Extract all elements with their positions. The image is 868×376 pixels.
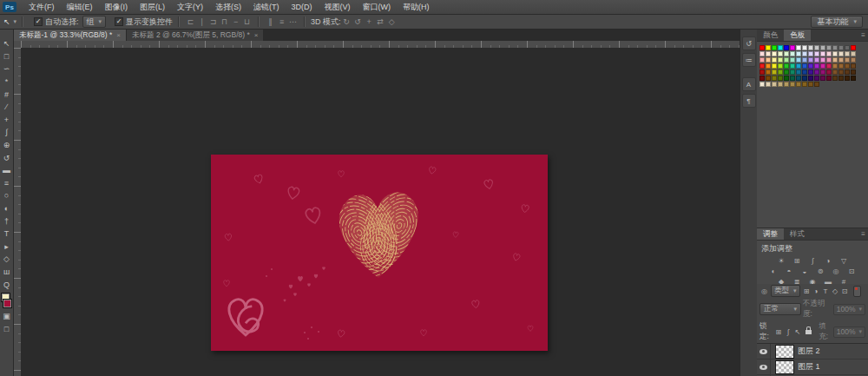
color-swatch[interactable] (851, 57, 856, 63)
color-swatch[interactable] (814, 45, 819, 50)
color-swatch[interactable] (832, 57, 838, 63)
color-swatch[interactable] (784, 51, 789, 56)
menu-滤镜[interactable]: 滤镜(T) (247, 0, 286, 14)
color-swatch[interactable] (814, 69, 819, 75)
color-swatch[interactable] (845, 63, 850, 69)
move-tool[interactable]: ↖ (0, 37, 13, 50)
color-swatch[interactable] (772, 82, 777, 87)
filter-pixel-layers-icon[interactable]: ⊞ (802, 287, 812, 295)
dodge-tool[interactable]: ◐ (0, 202, 13, 215)
color-swatch[interactable] (808, 76, 813, 81)
history-panel-button[interactable]: ↺ (742, 36, 756, 50)
exposure-icon[interactable]: ◑ (822, 256, 834, 266)
color-swatch[interactable] (796, 82, 801, 87)
filter-smart-objects-icon[interactable]: ⊡ (840, 287, 850, 295)
photo-filter-icon[interactable]: ⊚ (814, 267, 826, 276)
fill-field[interactable]: 100% ▾ (833, 327, 865, 338)
color-swatch[interactable] (814, 82, 819, 87)
color-swatch[interactable] (790, 45, 795, 50)
color-swatch[interactable] (826, 57, 832, 63)
color-swatch[interactable] (790, 69, 795, 75)
swatches-tab-色板[interactable]: 色板 (784, 30, 811, 41)
color-swatch[interactable] (845, 51, 850, 56)
black-white-icon[interactable]: ◒ (799, 267, 811, 276)
color-swatch[interactable] (760, 76, 765, 81)
menu-选择[interactable]: 选择(S) (209, 0, 247, 14)
color-swatch[interactable] (838, 57, 844, 63)
show-transform-checkbox[interactable]: ✓ (115, 17, 123, 26)
color-swatch[interactable] (845, 69, 850, 75)
color-swatch[interactable] (802, 57, 807, 63)
filter-type-layers-icon[interactable]: T (821, 287, 831, 295)
history-brush-tool[interactable]: ↺ (0, 151, 13, 164)
color-swatch[interactable] (851, 51, 856, 56)
color-swatch[interactable] (772, 63, 777, 69)
color-swatch[interactable] (760, 82, 765, 87)
color-swatch[interactable] (851, 63, 856, 69)
color-swatch[interactable] (832, 76, 838, 81)
layer-row[interactable]: 图层 1 (757, 360, 868, 375)
path-selection-tool[interactable]: ▸ (0, 241, 13, 254)
marquee-tool[interactable]: □ (0, 50, 13, 63)
auto-select-dropdown[interactable]: 组 ▾ (82, 16, 107, 28)
zoom-tool[interactable]: Q (0, 278, 13, 291)
color-swatch[interactable] (772, 69, 777, 75)
document-tab-1[interactable]: 未标题-1 @ 33.3%(RGB/8) *× (14, 30, 127, 41)
color-swatch[interactable] (808, 51, 813, 56)
color-swatch[interactable] (851, 76, 856, 81)
eye-icon[interactable] (760, 349, 767, 354)
color-swatch[interactable] (772, 76, 777, 81)
color-swatch[interactable] (784, 63, 789, 69)
layer-thumbnail[interactable] (775, 360, 794, 374)
color-swatch[interactable] (778, 45, 783, 50)
paragraph-panel-button[interactable]: ¶ (742, 94, 756, 108)
color-swatch[interactable] (820, 76, 825, 81)
lasso-tool[interactable]: ∽ (0, 63, 13, 76)
color-swatch[interactable] (760, 69, 765, 75)
color-swatch[interactable] (790, 51, 795, 56)
close-tab-icon[interactable]: × (116, 31, 121, 39)
hue-saturation-icon[interactable]: ◐ (767, 267, 779, 276)
quick-mask-toggle[interactable]: ▣ (0, 310, 13, 323)
color-swatch[interactable] (802, 45, 807, 50)
menu-帮助[interactable]: 帮助(H) (397, 0, 436, 14)
levels-icon[interactable]: ⊞ (791, 256, 803, 266)
color-swatch[interactable] (778, 57, 783, 63)
color-swatch[interactable] (808, 57, 813, 63)
layer-filter-toggle[interactable] (853, 286, 861, 297)
color-swatch[interactable] (766, 82, 771, 87)
auto-align-icon[interactable]: ⋯ (287, 17, 299, 26)
3d-roll-icon[interactable]: ↺ (352, 17, 364, 26)
color-swatch[interactable] (802, 76, 807, 81)
3d-scale-icon[interactable]: ◇ (386, 17, 398, 26)
color-swatch[interactable] (845, 45, 850, 50)
color-swatch[interactable] (832, 63, 838, 69)
color-swatch[interactable] (826, 76, 832, 81)
tool-preset-caret-icon[interactable]: ▾ (14, 18, 17, 25)
color-swatch[interactable] (784, 82, 789, 87)
color-swatch[interactable] (760, 63, 765, 69)
color-swatch[interactable] (784, 69, 789, 75)
quick-selection-tool[interactable]: * (0, 76, 13, 89)
distribute-h-icon[interactable]: ∥ (265, 17, 276, 26)
brightness-contrast-icon[interactable]: ☀ (775, 256, 787, 266)
color-swatch[interactable] (845, 76, 850, 81)
eye-icon[interactable] (760, 365, 767, 370)
close-tab-icon[interactable]: × (254, 31, 259, 39)
layer-thumbnail[interactable] (775, 345, 794, 359)
align-center-h-icon[interactable]: ∣ (196, 17, 207, 26)
opacity-field[interactable]: 100% ▾ (833, 304, 865, 315)
menu-3D[interactable]: 3D(D) (286, 0, 319, 14)
filter-shape-layers-icon[interactable]: ◇ (831, 287, 840, 295)
color-swatch[interactable] (760, 51, 765, 56)
color-swatch[interactable] (778, 63, 783, 69)
align-center-v-icon[interactable]: − (230, 17, 241, 26)
color-swatch[interactable] (802, 63, 807, 69)
blend-mode-dropdown[interactable]: 正常 ▾ (760, 303, 801, 315)
color-swatch[interactable] (845, 57, 850, 63)
layer-filter-type-dropdown[interactable]: 类型 ▾ (771, 285, 800, 297)
menu-文字[interactable]: 文字(Y) (171, 0, 209, 14)
color-lookup-icon[interactable]: ⊡ (845, 267, 858, 276)
color-swatch[interactable] (784, 45, 789, 50)
blur-tool[interactable]: ○ (0, 189, 13, 202)
